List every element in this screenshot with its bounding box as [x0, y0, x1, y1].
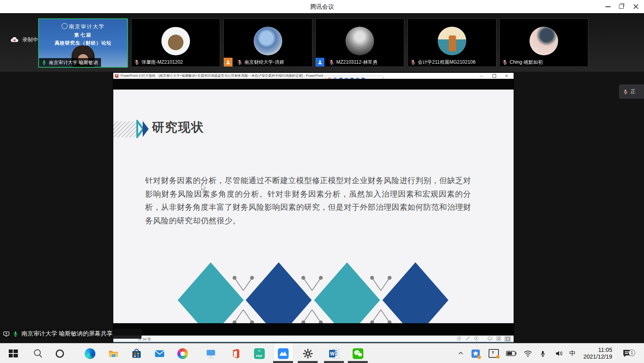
wechat-icon	[353, 348, 363, 359]
ppt-minimize-button[interactable]: —	[480, 74, 483, 78]
minimize-button[interactable]	[601, 0, 615, 13]
see-all-slides-button[interactable]	[496, 336, 501, 341]
mic-muted-icon	[623, 89, 628, 94]
wechat-button[interactable]	[348, 343, 367, 363]
powerpoint-titlebar: PowerPoint 幻灯片放映 - [南京审计大学+喻斯敏讷+交易所问询函监管…	[113, 73, 514, 79]
mic-muted-icon	[237, 59, 242, 65]
cortana-icon	[54, 348, 65, 359]
wifi-icon	[524, 350, 532, 357]
more-options-button[interactable]	[513, 336, 519, 341]
role-badge-icon	[224, 58, 233, 66]
office-icon	[230, 348, 241, 359]
participant-tile[interactable]: 张馨雨-MZ2101202	[131, 18, 220, 67]
file-explorer-icon	[108, 348, 119, 359]
browser-swirl-icon	[177, 348, 188, 359]
slide-heading: 研究现状	[152, 119, 204, 136]
word-icon: W	[329, 348, 339, 359]
participant-tile[interactable]: 南京财经大学-洪娇	[223, 18, 312, 67]
pen-tool-button[interactable]	[465, 336, 470, 341]
word-button[interactable]: W	[324, 343, 343, 363]
participant-tile-presenter[interactable]: 南京审计大学 第七届 高校研究生（财经）论坛 南京审计大学 喻斯敏讷	[38, 18, 128, 68]
search-icon	[33, 348, 43, 359]
participant-name: 张馨雨-MZ2101202	[142, 59, 183, 66]
avatar	[345, 27, 374, 55]
university-emblem-icon	[62, 23, 68, 29]
participant-tile[interactable]: Ching·靖默如初	[499, 18, 588, 67]
tray-screenshare-icon	[489, 349, 499, 358]
previous-slide-button[interactable]	[456, 336, 462, 341]
this-pc-button[interactable]	[201, 343, 220, 363]
tray-app-icon	[471, 349, 480, 358]
battery-indicator[interactable]	[503, 343, 519, 363]
settings-button[interactable]	[298, 343, 317, 363]
slideshow-letterbox-bottom	[113, 323, 514, 336]
close-icon	[633, 4, 638, 9]
slide-paragraph: 针对财务因素的分析，尽管能通过不断建立模型修正模型对企业财务风险进行判别，但缺乏…	[145, 174, 471, 227]
diamond-connector-icon	[232, 275, 254, 326]
wifi-indicator[interactable]	[520, 343, 536, 363]
start-button[interactable]	[4, 343, 23, 363]
mail-button[interactable]	[150, 343, 169, 363]
avatar	[254, 27, 282, 55]
participant-name: 正	[630, 88, 636, 95]
video-strip: 录制中 南京审计大学 第七届 高校研究生（财经）论坛 南京审计大学 喻斯敏讷	[0, 13, 644, 72]
close-button[interactable]	[629, 0, 642, 13]
screen-share-icon	[3, 331, 10, 337]
tray-screenshare-button[interactable]	[486, 343, 502, 363]
notification-badge: 1	[628, 349, 635, 356]
microsoft-store-button[interactable]	[127, 343, 146, 363]
notification-icon: 1	[623, 349, 632, 358]
avatar	[161, 27, 190, 55]
ppt-restore-button[interactable]	[493, 74, 496, 78]
gear-icon	[303, 348, 313, 359]
powerpoint-title: PowerPoint 幻灯片放映 - [南京审计大学+喻斯敏讷+交易所问询函监管…	[120, 74, 323, 78]
slideshow-statusbar: 共 34 张	[113, 336, 514, 342]
app-titlebar: 腾讯会议	[0, 0, 644, 14]
recording-indicator: 录制中	[10, 36, 38, 43]
mic-muted-icon	[329, 59, 334, 65]
participant-name: 南京审计大学 喻斯敏讷	[49, 59, 98, 66]
participant-tile[interactable]: MZ2103112-林常勇	[315, 18, 404, 67]
running-indicator	[273, 361, 293, 363]
running-indicator	[324, 361, 344, 363]
participant-name: Ching·靖默如初	[510, 59, 543, 66]
cortana-button[interactable]	[50, 343, 69, 363]
pdf-app-button[interactable]: ⌃ PDF	[250, 343, 269, 363]
ppt-close-button[interactable]: ✕	[505, 74, 508, 78]
avatar	[438, 27, 466, 55]
presenter-view-button[interactable]	[487, 336, 493, 341]
mic-muted-icon	[410, 59, 416, 65]
edge-browser-button[interactable]	[80, 343, 99, 363]
running-indicator	[298, 361, 318, 363]
participant-name: MZ2103112-林常勇	[336, 59, 377, 66]
zoom-slide-button[interactable]	[504, 336, 511, 342]
participant-name-bar: MZ2103112-林常勇	[316, 58, 380, 66]
avatar	[530, 27, 558, 55]
clock[interactable]: 11:05 2021/12/19	[563, 347, 612, 360]
tencent-meeting-app: 腾讯会议 录制中 南京审计大学 第七届 高校研究生（财经）论坛	[0, 0, 644, 363]
mic-on-icon	[41, 60, 47, 65]
participant-tile-partial[interactable]: 正	[619, 84, 644, 99]
mic-on-icon	[12, 331, 19, 337]
running-indicator	[348, 361, 368, 363]
mouse-cursor	[201, 183, 207, 192]
participant-tile[interactable]: 会计学211程晨MG2102106	[407, 18, 497, 67]
tray-meeting-app-button[interactable]	[467, 343, 483, 363]
speaker-icon	[555, 350, 563, 357]
heading-chevron-icon	[136, 120, 151, 138]
recording-label: 录制中	[22, 36, 38, 43]
university-name: 南京审计大学	[69, 23, 105, 29]
restore-button[interactable]	[615, 0, 628, 13]
next-slide-button[interactable]	[473, 336, 479, 341]
file-explorer-button[interactable]	[104, 343, 123, 363]
search-button[interactable]	[28, 343, 47, 363]
tencent-meeting-button[interactable]	[274, 343, 293, 363]
slide-canvas: 研究现状 针对财务因素的分析，尽管能通过不断建立模型修正模型对企业财务风险进行判…	[113, 90, 514, 323]
edge-icon	[85, 348, 95, 359]
mic-indicator[interactable]	[535, 343, 550, 363]
browser-swirl-button[interactable]	[173, 343, 192, 363]
tray-expand-button[interactable]	[453, 343, 469, 363]
notification-center-button[interactable]: 1	[619, 343, 636, 363]
office-button[interactable]	[226, 343, 245, 363]
participant-name-bar: Ching·靖默如初	[500, 58, 546, 66]
